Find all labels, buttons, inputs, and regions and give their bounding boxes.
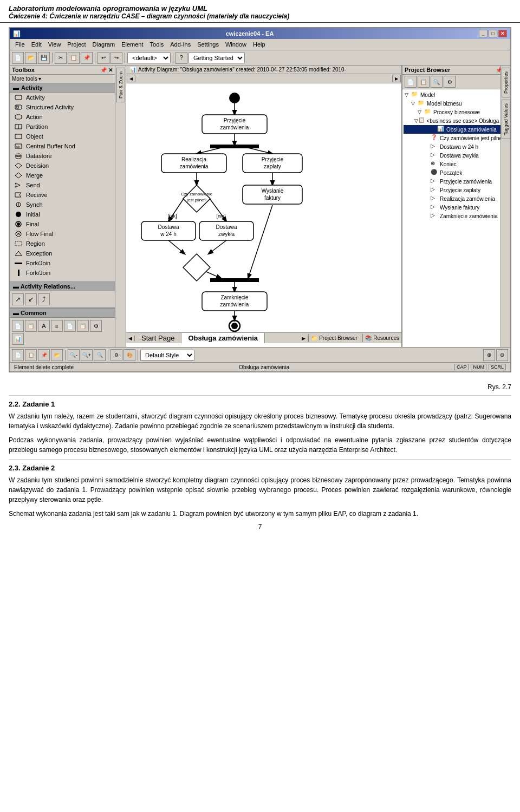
toolbox-relations-section[interactable]: ▬ Activity Relations...	[10, 281, 115, 291]
toolbox-item-initial[interactable]: Initial	[10, 209, 115, 219]
tree-item-realizacja[interactable]: ▷ Realizacja zamówienia	[404, 194, 509, 203]
toolbox-item-central-buffer[interactable]: cb Central Buffer Nod	[10, 141, 115, 151]
common-icon-4[interactable]: ≡	[51, 320, 63, 332]
relation-icon-2[interactable]: ↙	[25, 293, 37, 305]
menu-view[interactable]: View	[45, 40, 64, 49]
default-dropdown[interactable]: <default>	[127, 53, 171, 63]
toolbox-pin[interactable]: 📌 ✕	[100, 67, 113, 73]
minimize-button[interactable]: _	[479, 30, 487, 37]
toolbar-copy[interactable]: 📋	[68, 52, 80, 64]
toolbox-item-merge[interactable]: Merge	[10, 171, 115, 180]
common-icon-1[interactable]: 📄	[12, 320, 24, 332]
tab-start-page[interactable]: Start Page	[135, 333, 181, 343]
toolbox-item-send[interactable]: Send	[10, 180, 115, 190]
bottom-btn-6[interactable]: 🎨	[123, 349, 135, 361]
bottom-btn-8[interactable]: ⊖	[496, 349, 508, 361]
tab-nav-right[interactable]: ▶	[300, 336, 308, 341]
toolbar-new[interactable]: 📄	[12, 52, 24, 64]
common-icon-6[interactable]: 📋	[77, 320, 89, 332]
bottom-btn-3[interactable]: 📌	[38, 349, 50, 361]
tree-item-use-case[interactable]: ▽ 📋 <business use case> Obsługa zar	[404, 116, 509, 125]
tree-item-procesy[interactable]: ▽ 📁 Procesy biznesowe	[404, 108, 509, 116]
tree-item-poczatek[interactable]: ⚫ Początek	[404, 168, 509, 177]
expand-icon[interactable]: ▽	[405, 92, 411, 97]
toolbox-item-partition[interactable]: Partition	[10, 122, 115, 132]
toolbox-item-structured-activity[interactable]: Structured Activity	[10, 102, 115, 112]
menu-help[interactable]: Help	[250, 40, 269, 49]
project-btn-1[interactable]: 📄	[405, 76, 417, 88]
toolbox-item-datastore[interactable]: Datastore	[10, 151, 115, 161]
bottom-btn-7[interactable]: ⊕	[483, 349, 495, 361]
section-collapse-icon[interactable]: ▬	[13, 84, 19, 91]
default-style-dropdown[interactable]: Default Style	[140, 350, 194, 361]
scroll-left[interactable]: ◀	[127, 75, 135, 82]
toolbox-item-forkjoin-v[interactable]: Fork/Join	[10, 268, 115, 278]
tab-obsługa-zamowienia[interactable]: Obsługa zamówienia	[181, 333, 265, 343]
maximize-button[interactable]: □	[489, 30, 497, 37]
tree-item-dostawa-zwykla[interactable]: ▷ Dostawa zwykła	[404, 151, 509, 160]
tree-item-przyjecie-zap[interactable]: ▷ Przyjęcie zapłaty	[404, 186, 509, 194]
toolbox-more-tools[interactable]: More tools ▾	[10, 75, 115, 83]
tree-item-koniec[interactable]: ⊗ Koniec	[404, 160, 509, 168]
zoom-in[interactable]: 🔍+	[81, 349, 93, 361]
menu-addins[interactable]: Add-Ins	[167, 40, 194, 49]
tree-item-zamkniecie[interactable]: ▷ Zamknięcie zamówienia	[404, 212, 509, 220]
menu-window[interactable]: Window	[222, 40, 250, 49]
menu-diagram[interactable]: Diagram	[89, 40, 119, 49]
bottom-btn-4[interactable]: 📂	[51, 349, 63, 361]
tree-item-model[interactable]: ▽ 📁 Model	[404, 90, 509, 99]
toolbox-item-decision[interactable]: Decision	[10, 161, 115, 171]
diagram-canvas[interactable]: Przyjęcie zamówienia Realizacja zamówien…	[126, 83, 401, 332]
bottom-btn-5[interactable]: ⚙	[110, 349, 122, 361]
toolbar-help[interactable]: ?	[176, 52, 187, 64]
pan-zoom-tab[interactable]: Pan & Zoom	[116, 68, 125, 102]
menu-tools[interactable]: Tools	[147, 40, 167, 49]
menu-settings[interactable]: Settings	[194, 40, 222, 49]
toolbar-redo[interactable]: ↪	[110, 52, 122, 64]
common-icon-2[interactable]: 📋	[25, 320, 37, 332]
menu-element[interactable]: Element	[118, 40, 146, 49]
toolbar-undo[interactable]: ↩	[98, 52, 109, 64]
toolbox-item-forkjoin-h[interactable]: Fork/Join	[10, 258, 115, 268]
bottom-btn-1[interactable]: 📄	[12, 349, 24, 361]
project-btn-2[interactable]: 📋	[418, 76, 430, 88]
relation-icon-1[interactable]: ↗	[12, 293, 24, 305]
tree-item-obsluga-diagram[interactable]: 📊 Obsługa zamówienia	[404, 125, 509, 134]
menu-project[interactable]: Project	[64, 40, 89, 49]
toolbar-paste[interactable]: 📌	[81, 52, 93, 64]
menu-edit[interactable]: Edit	[28, 40, 45, 49]
zoom-out[interactable]: 🔍-	[68, 349, 80, 361]
tree-item-dostawa24[interactable]: ▷ Dostawa w 24 h	[404, 142, 509, 151]
zoom-100[interactable]: 🔍	[94, 349, 106, 361]
tree-item-model-biznesu[interactable]: ▽ 📁 Model biznesu	[404, 99, 509, 108]
properties-tab[interactable]: Properties	[502, 68, 510, 97]
toolbox-common-section[interactable]: ▬ Common	[10, 308, 115, 318]
common-icon-3[interactable]: A	[38, 320, 50, 332]
tree-item-czy[interactable]: ❓ Czy zamówienie jest pilne?	[404, 134, 509, 142]
project-browser-tab[interactable]: 📁 Project Browser	[308, 334, 362, 342]
tree-item-wyslanie[interactable]: ▷ Wysłanie faktury	[404, 203, 509, 212]
project-btn-3[interactable]: 🔍	[431, 76, 443, 88]
toolbar-open[interactable]: 📂	[25, 52, 37, 64]
expand-icon[interactable]: ▽	[418, 109, 424, 115]
common-icon-5[interactable]: 📄	[64, 320, 76, 332]
tab-nav-left[interactable]: ◀	[126, 336, 135, 341]
close-button[interactable]: ✕	[498, 30, 507, 37]
expand-icon[interactable]: ▽	[411, 101, 418, 106]
toolbox-item-receive[interactable]: Receive	[10, 190, 115, 200]
common-icon-7[interactable]: ⚙	[90, 320, 102, 332]
resources-tab[interactable]: 📚 Resources	[362, 334, 401, 342]
toolbox-item-synch[interactable]: Synch	[10, 200, 115, 209]
expand-icon[interactable]: ▽	[414, 118, 418, 123]
menu-file[interactable]: File	[12, 40, 28, 49]
toolbox-item-exception[interactable]: Exception	[10, 248, 115, 258]
toolbox-item-region[interactable]: Region	[10, 239, 115, 248]
toolbox-item-activity[interactable]: Activity	[10, 93, 115, 102]
toolbar-cut[interactable]: ✂	[55, 52, 67, 64]
bottom-btn-2[interactable]: 📋	[25, 349, 37, 361]
toolbox-item-final[interactable]: Final	[10, 219, 115, 229]
getting-started-dropdown[interactable]: Getting Started	[188, 53, 245, 63]
project-btn-4[interactable]: ⚙	[444, 76, 456, 88]
relation-icon-3[interactable]: ⤴	[38, 293, 50, 305]
common-icon-8[interactable]: 📊	[12, 333, 24, 345]
